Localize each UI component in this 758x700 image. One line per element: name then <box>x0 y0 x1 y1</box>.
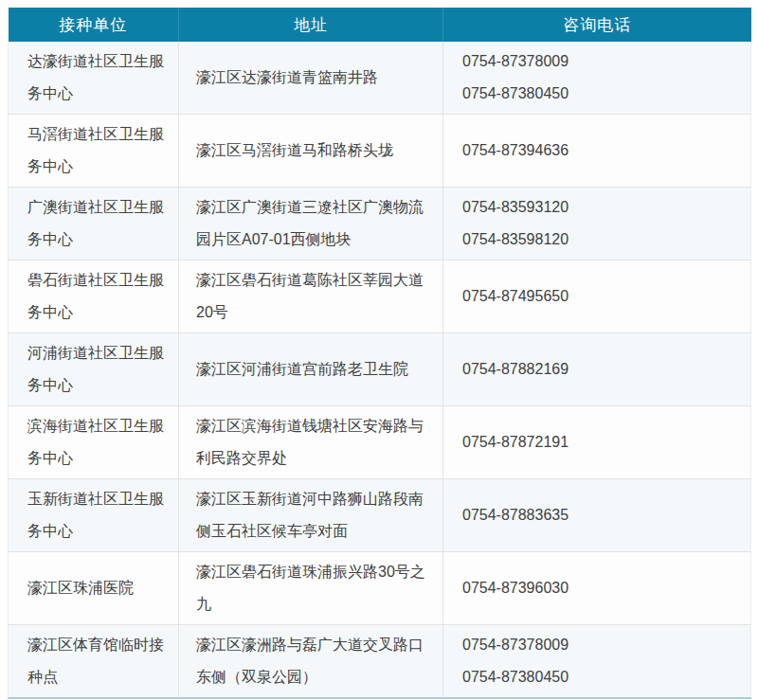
phone-cell: 0754-87883635 <box>443 479 751 552</box>
vaccination-sites-table: 接种单位 地址 咨询电话 达濠街道社区卫生服务中心濠江区达濠街道青篮南井路075… <box>8 8 751 699</box>
table-row: 玉新街道社区卫生服务中心濠江区玉新街道河中路狮山路段南侧玉石社区候车亭对面075… <box>9 479 751 552</box>
phone-cell: 0754-873780090754-87380450 <box>443 625 751 699</box>
table-row: 滨海街道社区卫生服务中心濠江区滨海街道钱塘社区安海路与利民路交界处0754-87… <box>9 406 751 479</box>
address-cell: 濠江区河浦街道宫前路老卫生院 <box>179 333 443 406</box>
unit-cell: 礐石街道社区卫生服务中心 <box>9 260 179 333</box>
table-row: 马滘街道社区卫生服务中心濠江区马滘街道马和路桥头垅0754-87394636 <box>9 115 751 188</box>
table-row: 达濠街道社区卫生服务中心濠江区达濠街道青篮南井路0754-87378009075… <box>9 42 751 115</box>
phone-number: 0754-87380450 <box>462 78 739 110</box>
table-row: 濠江区珠浦医院濠江区礐石街道珠浦振兴路30号之九0754-87396030 <box>9 552 751 625</box>
table-body: 达濠街道社区卫生服务中心濠江区达濠街道青篮南井路0754-87378009075… <box>9 42 751 698</box>
unit-cell: 河浦街道社区卫生服务中心 <box>9 333 179 406</box>
page: 接种单位 地址 咨询电话 达濠街道社区卫生服务中心濠江区达濠街道青篮南井路075… <box>0 0 758 700</box>
unit-cell: 濠江区体育馆临时接种点 <box>9 625 179 699</box>
phone-cell: 0754-873780090754-87380450 <box>443 42 751 115</box>
unit-cell: 马滘街道社区卫生服务中心 <box>9 115 179 188</box>
table-header: 接种单位 地址 咨询电话 <box>9 8 751 42</box>
phone-number: 0754-87872191 <box>462 426 739 458</box>
unit-cell: 玉新街道社区卫生服务中心 <box>9 479 179 552</box>
address-cell: 濠江区广澳街道三遼社区广澳物流园片区A07-01西侧地块 <box>179 188 443 260</box>
phone-cell: 0754-87872191 <box>443 406 751 479</box>
phone-number: 0754-87378009 <box>462 45 739 78</box>
phone-number: 0754-87394636 <box>462 135 739 167</box>
table-row: 广澳街道社区卫生服务中心濠江区广澳街道三遼社区广澳物流园片区A07-01西侧地块… <box>9 188 751 260</box>
phone-number: 0754-87882169 <box>462 353 739 386</box>
phone-cell: 0754-87394636 <box>443 115 751 188</box>
table-row: 礐石街道社区卫生服务中心濠江区礐石街道葛陈社区莘园大道20号0754-87495… <box>9 260 751 333</box>
address-cell: 濠江区玉新街道河中路狮山路段南侧玉石社区候车亭对面 <box>179 479 443 552</box>
column-header-unit: 接种单位 <box>9 8 179 42</box>
address-cell: 濠江区达濠街道青篮南井路 <box>179 42 443 115</box>
unit-cell: 广澳街道社区卫生服务中心 <box>9 188 179 260</box>
phone-cell: 0754-87882169 <box>443 333 751 406</box>
unit-cell: 濠江区珠浦医院 <box>9 552 179 625</box>
unit-cell: 滨海街道社区卫生服务中心 <box>9 406 179 479</box>
phone-cell: 0754-835931200754-83598120 <box>443 188 751 260</box>
table-row: 濠江区体育馆临时接种点濠江区濠洲路与磊广大道交叉路口东侧（双泉公园）0754-8… <box>9 625 751 699</box>
address-cell: 濠江区马滘街道马和路桥头垅 <box>179 115 443 188</box>
column-header-address: 地址 <box>179 8 443 42</box>
address-cell: 濠江区濠洲路与磊广大道交叉路口东侧（双泉公园） <box>179 625 443 699</box>
phone-number: 0754-87495650 <box>462 280 739 313</box>
phone-cell: 0754-87396030 <box>443 552 751 625</box>
unit-cell: 达濠街道社区卫生服务中心 <box>9 42 179 115</box>
phone-number: 0754-87378009 <box>462 629 739 661</box>
address-cell: 濠江区礐石街道珠浦振兴路30号之九 <box>179 552 443 625</box>
phone-number: 0754-83593120 <box>462 191 739 224</box>
phone-cell: 0754-87495650 <box>443 260 751 333</box>
column-header-phone: 咨询电话 <box>443 8 751 42</box>
phone-number: 0754-87883635 <box>462 499 739 531</box>
address-cell: 濠江区礐石街道葛陈社区莘园大道20号 <box>179 260 443 333</box>
phone-number: 0754-87380450 <box>462 661 739 693</box>
phone-number: 0754-83598120 <box>462 224 739 256</box>
phone-number: 0754-87396030 <box>462 572 739 604</box>
table-row: 河浦街道社区卫生服务中心濠江区河浦街道宫前路老卫生院0754-87882169 <box>9 333 751 406</box>
address-cell: 濠江区滨海街道钱塘社区安海路与利民路交界处 <box>179 406 443 479</box>
